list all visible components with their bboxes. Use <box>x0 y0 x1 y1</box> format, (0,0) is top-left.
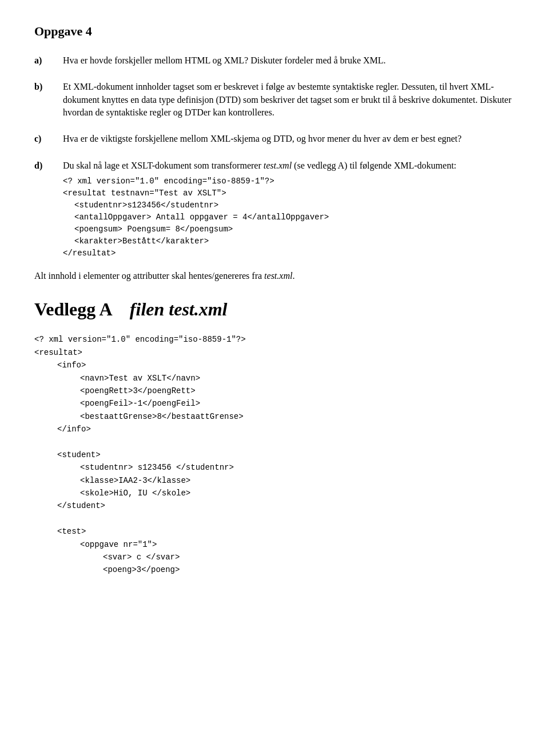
item-d-text-after: (se vedlegg A) til følgende XML-dokument… <box>292 161 456 170</box>
xml-line-11: <klasse>IAA2-3</klasse> <box>80 474 515 487</box>
item-content-c: Hva er de viktigste forskjellene mellom … <box>63 133 515 149</box>
appendix-title-regular: Vedlegg A <box>34 299 112 319</box>
item-d-code: <? xml version="1.0" encoding="iso-8859-… <box>63 175 515 259</box>
item-label-b: b) <box>34 81 63 93</box>
item-d-intro: Du skal nå lage et XSLT-dokument som tra… <box>63 159 515 172</box>
page-title: Oppgave 4 <box>34 23 515 41</box>
code-line-7: </resultat> <box>63 247 515 259</box>
appendix-title: Vedlegg A filen test.xml <box>34 297 515 322</box>
xml-line-7: <bestaattGrense>8</bestaattGrense> <box>80 410 515 423</box>
xml-line-1: <? xml version="1.0" encoding="iso-8859-… <box>34 333 515 346</box>
item-label-d: d) <box>34 159 63 172</box>
xml-content: <? xml version="1.0" encoding="iso-8859-… <box>34 333 515 576</box>
xml-line-6: <poengFeil>-1</poengFeil> <box>80 397 515 410</box>
xml-line-13: </student> <box>57 499 515 512</box>
xml-line-4: <navn>Test av XSLT</navn> <box>80 372 515 385</box>
alt-text-section: Alt innhold i elementer og attributter s… <box>34 270 515 282</box>
xml-line-17: <poeng>3</poeng> <box>103 563 515 576</box>
item-content-d: Du skal nå lage et XSLT-dokument som tra… <box>63 159 515 259</box>
alt-text-italic: test.xml <box>264 271 292 281</box>
code-line-4: <antallOppgaver> Antall oppgaver = 4</an… <box>74 211 515 223</box>
xml-line-10: <studentnr> s123456 </studentnr> <box>80 461 515 474</box>
code-line-1: <? xml version="1.0" encoding="iso-8859-… <box>63 175 515 187</box>
item-label-c: c) <box>34 133 63 145</box>
code-line-3: <studentnr>s123456</studentnr> <box>74 199 515 211</box>
xml-line-12: <skole>HiO, IU </skole> <box>80 487 515 499</box>
xml-line-8: </info> <box>57 423 515 435</box>
code-line-6: <karakter>Bestått</karakter> <box>74 235 515 247</box>
alt-text-after: . <box>292 271 295 281</box>
item-label-a: a) <box>34 54 63 67</box>
item-d-text-before: Du skal nå lage et XSLT-dokument som tra… <box>63 161 264 170</box>
xml-line-2: <resultat> <box>34 346 515 359</box>
xml-line-9: <student> <box>57 449 515 461</box>
list-item-a: a) Hva er hovde forskjeller mellom HTML … <box>34 54 515 70</box>
xml-line-15: <oppgave nr="1"> <box>80 538 515 551</box>
code-line-2: <resultat testnavn="Test av XSLT"> <box>63 187 515 199</box>
xml-line-blank2 <box>34 513 515 525</box>
xml-line-blank1 <box>34 435 515 448</box>
item-c-text: Hva er de viktigste forskjellene mellom … <box>63 133 515 145</box>
item-content-b: Et XML-dokument innholder tagset som er … <box>63 81 515 122</box>
xml-line-5: <poengRett>3</poengRett> <box>80 385 515 397</box>
list-item-d: d) Du skal nå lage et XSLT-dokument som … <box>34 159 515 259</box>
item-a-text: Hva er hovde forskjeller mellom HTML og … <box>63 54 515 67</box>
page-container: Oppgave 4 a) Hva er hovde forskjeller me… <box>34 23 515 577</box>
code-line-5: <poengsum> Poengsum= 8</poengsum> <box>74 223 515 235</box>
list-item-b: b) Et XML-dokument innholder tagset som … <box>34 81 515 122</box>
alt-text-before: Alt innhold i elementer og attributter s… <box>34 271 264 281</box>
list-item-c: c) Hva er de viktigste forskjellene mell… <box>34 133 515 149</box>
xml-line-3: <info> <box>57 359 515 371</box>
xml-line-14: <test> <box>57 525 515 538</box>
xml-line-16: <svar> c </svar> <box>103 551 515 563</box>
item-b-text: Et XML-dokument innholder tagset som er … <box>63 81 515 119</box>
appendix-title-italic: filen test.xml <box>130 299 228 319</box>
item-d-italic: test.xml <box>264 161 292 170</box>
item-content-a: Hva er hovde forskjeller mellom HTML og … <box>63 54 515 70</box>
